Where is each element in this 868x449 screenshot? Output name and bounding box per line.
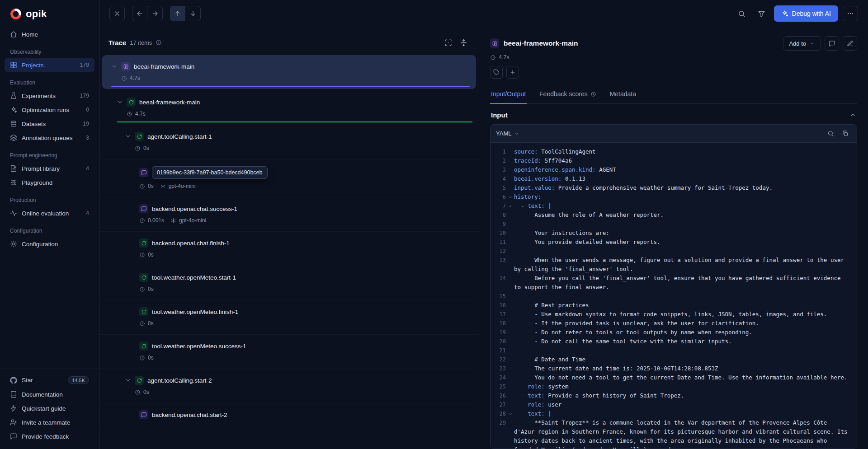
github-stars-badge: 14.5K bbox=[68, 376, 89, 384]
sidebar-item-online-evaluation[interactable]: Online evaluation4 bbox=[5, 206, 94, 220]
line-number: 16 bbox=[491, 301, 506, 310]
nav-section-title: Evaluation bbox=[0, 72, 99, 89]
sidebar-item-invite-a-teammate[interactable]: Invite a teammate bbox=[5, 416, 94, 429]
trace-row[interactable]: agent.toolCalling.start-20s bbox=[99, 369, 479, 403]
prev-trace-button[interactable] bbox=[170, 6, 185, 21]
debug-with-ai-button[interactable]: Debug with AI bbox=[774, 5, 838, 22]
forward-button[interactable] bbox=[147, 6, 163, 21]
line-number: 10 bbox=[491, 229, 506, 238]
back-button[interactable] bbox=[132, 6, 147, 21]
sidebar-item-prompt-library[interactable]: Prompt library4 bbox=[5, 162, 94, 175]
fold-chevron-icon[interactable] bbox=[506, 192, 514, 200]
trace-row[interactable]: tool.weather.openMeteo.finish-10s bbox=[99, 300, 479, 335]
logo[interactable]: opik bbox=[0, 0, 99, 24]
code-line: 6history: bbox=[491, 192, 850, 201]
trace-row[interactable]: tool.weather.openMeteo.success-10s bbox=[99, 335, 479, 369]
comment-button[interactable] bbox=[825, 36, 839, 51]
filter-button[interactable] bbox=[754, 6, 769, 21]
sidebar-item-datasets[interactable]: Datasets19 bbox=[5, 117, 94, 131]
trace-row[interactable]: backend.openai.chat.finish-10s bbox=[99, 232, 479, 266]
search-button[interactable] bbox=[734, 6, 750, 21]
info-icon bbox=[156, 39, 162, 46]
tab-feedback-scores[interactable]: Feedback scores bbox=[538, 86, 597, 104]
sidebar-item-home[interactable]: Home bbox=[5, 28, 94, 41]
trace-row[interactable]: tool.weather.openMeteo.start-10s bbox=[99, 266, 479, 300]
line-number: 21 bbox=[491, 346, 506, 355]
code-text: beeai.version: 0.1.13 bbox=[514, 174, 850, 183]
trace-row-duration: 0s bbox=[143, 389, 149, 395]
sidebar-item-label: Configuration bbox=[22, 241, 58, 248]
sidebar-item-projects[interactable]: Projects179 bbox=[5, 58, 94, 72]
trace-row[interactable]: beeai-framework-main4.7s bbox=[102, 55, 476, 89]
sidebar-item-label: Projects bbox=[22, 62, 44, 69]
code-tools bbox=[824, 127, 851, 140]
database-icon bbox=[10, 120, 17, 127]
trace-row-meta: 0s bbox=[139, 286, 472, 292]
next-trace-button[interactable] bbox=[185, 6, 201, 21]
fold-chevron-icon[interactable] bbox=[506, 201, 514, 209]
sidebar-item-star[interactable]: Star14.5K bbox=[5, 373, 94, 387]
copy-button[interactable] bbox=[839, 127, 851, 140]
line-number: 24 bbox=[491, 373, 506, 382]
trace-row[interactable]: backend.openai.chat.success-10.001sgpt-4… bbox=[99, 197, 479, 232]
trace-row-duration: 0s bbox=[148, 183, 154, 189]
input-section-header[interactable]: Input bbox=[490, 104, 857, 124]
arrow-down-icon bbox=[189, 10, 197, 17]
trace-row[interactable]: backend.openai.chat.start-2 bbox=[99, 403, 479, 427]
sidebar-item-configuration[interactable]: Configuration bbox=[5, 237, 94, 251]
tab-metadata[interactable]: Metadata bbox=[609, 86, 637, 104]
sidebar-item-experiments[interactable]: Experiments179 bbox=[5, 89, 94, 103]
fold-spacer bbox=[506, 210, 514, 213]
userplus-icon bbox=[10, 419, 17, 426]
fold-spacer bbox=[506, 147, 514, 150]
format-select[interactable]: YAML bbox=[496, 130, 519, 137]
sidebar-item-label: Quickstart guide bbox=[22, 405, 66, 412]
tag-button[interactable] bbox=[490, 66, 503, 79]
trace-tree: beeai-framework-main4.7sbeeai-framework-… bbox=[99, 55, 479, 449]
sidebar-item-optimization-runs[interactable]: Optimization runs0 bbox=[5, 103, 94, 117]
code-search-button[interactable] bbox=[824, 127, 837, 140]
sidebar-item-quickstart-guide[interactable]: Quickstart guide bbox=[5, 402, 94, 415]
nav-section-title: Observability bbox=[0, 42, 99, 58]
fold-spacer bbox=[506, 319, 514, 321]
close-button[interactable] bbox=[109, 6, 125, 21]
layers-icon bbox=[10, 134, 17, 141]
code-text: When the user sends a message, figure ou… bbox=[514, 256, 850, 274]
sidebar-item-documentation[interactable]: Documentation bbox=[5, 388, 94, 401]
code-card: YAML 1source: ToolCallingAgent2traceId: … bbox=[490, 124, 857, 449]
code-line: 17 - Use markdown syntax to format code … bbox=[491, 310, 850, 319]
line-number: 12 bbox=[491, 247, 506, 256]
fold-chevron-icon[interactable] bbox=[506, 409, 514, 416]
sidebar-item-playground[interactable]: Playground bbox=[5, 176, 94, 189]
fold-spacer bbox=[506, 256, 514, 258]
more-button[interactable] bbox=[843, 6, 858, 21]
fit-view-button[interactable] bbox=[442, 36, 454, 49]
trace-row[interactable]: 0199b9ec-33f9-7a97-ba50-bdecd490bceb0sgp… bbox=[99, 159, 479, 197]
span-icon bbox=[135, 376, 144, 385]
fold-spacer bbox=[506, 274, 514, 276]
code-body[interactable]: 1source: ToolCallingAgent2traceId: 5ff70… bbox=[491, 143, 857, 449]
span-icon bbox=[135, 132, 144, 141]
sidebar-item-annotation-queues[interactable]: Annotation queues3 bbox=[5, 131, 94, 145]
model-name: gpt-4o-mini bbox=[179, 217, 206, 224]
sidebar-item-provide-feedback[interactable]: Provide feedback bbox=[5, 430, 94, 443]
edit-button[interactable] bbox=[843, 36, 857, 51]
sliders-icon bbox=[10, 179, 17, 186]
fold-spacer bbox=[506, 220, 514, 222]
details-title: beeai-framework-main bbox=[504, 39, 578, 47]
trace-panel-title: Trace bbox=[108, 39, 126, 47]
trace-row-duration: 0s bbox=[148, 252, 154, 258]
code-text bbox=[514, 247, 850, 256]
line-number: 20 bbox=[491, 337, 506, 346]
code-text: traceId: 5ff704a6 bbox=[514, 156, 850, 165]
tab-input-output[interactable]: Input/Output bbox=[490, 86, 527, 104]
fold-spacer bbox=[506, 364, 514, 366]
expand-collapse-button[interactable] bbox=[457, 36, 470, 49]
trace-row[interactable]: agent.toolCalling.start-10s bbox=[99, 125, 479, 159]
code-line: 20 - Do not call the same tool twice wit… bbox=[491, 337, 850, 346]
line-number: 26 bbox=[491, 391, 506, 400]
code-text: - If the provided task is unclear, ask t… bbox=[514, 319, 850, 328]
add-tag-button[interactable] bbox=[506, 66, 519, 79]
trace-row[interactable]: beeai-framework-main4.7s bbox=[99, 91, 479, 125]
add-to-button[interactable]: Add to bbox=[783, 36, 821, 51]
